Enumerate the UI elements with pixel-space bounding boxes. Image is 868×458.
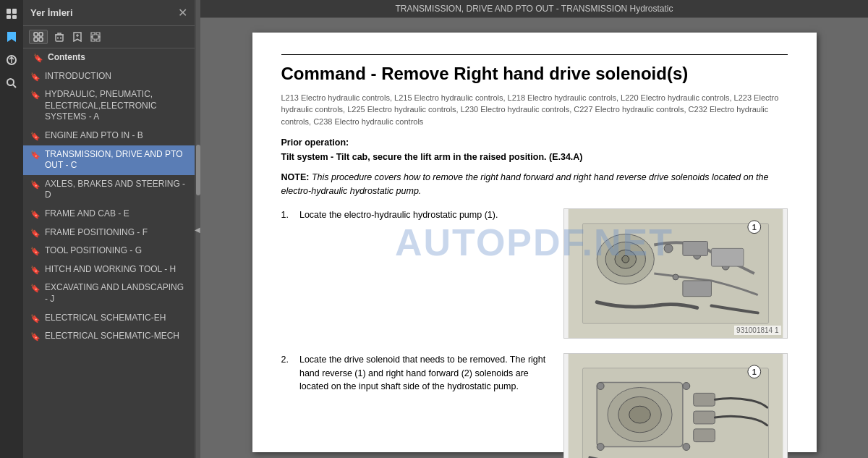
svg-text:1: 1 <box>752 222 756 231</box>
bookmark-icon-elec-mech: 🔖 <box>30 331 41 342</box>
expand-button[interactable] <box>88 30 103 43</box>
bookmark-icon-engine: 🔖 <box>30 131 41 141</box>
step2-text: Locate the drive solenoid that needs to … <box>299 353 549 394</box>
doc-title: Command - Remove Right hand drive soleno… <box>281 64 788 85</box>
note-text: This procedure covers how to remove the … <box>281 172 769 196</box>
bookmark-toolbar-icon[interactable] <box>4 29 20 45</box>
add-bookmark-button[interactable] <box>71 30 84 43</box>
svg-point-44 <box>597 382 604 389</box>
svg-rect-3 <box>12 15 17 19</box>
svg-rect-2 <box>7 15 11 19</box>
svg-text:1: 1 <box>752 367 756 376</box>
note-prefix: NOTE: <box>281 172 310 182</box>
svg-point-26 <box>673 274 678 280</box>
step2-num: 2. <box>281 353 289 394</box>
sidebar-item-tool-positioning[interactable]: 🔖 TOOL POSITIONING - G <box>23 242 195 260</box>
step1-row: 1. Locate the electro-hydraulic hydrosta… <box>281 208 788 339</box>
sidebar-title: Yer İmleri <box>30 7 73 18</box>
sidebar-item-hydraulic[interactable]: 🔖 HYDRAULIC, PNEUMATIC, ELECTRICAL,ELECT… <box>23 85 195 127</box>
bookmark-icon-frame-pos: 🔖 <box>30 228 41 238</box>
svg-point-22 <box>621 255 629 263</box>
svg-point-42 <box>682 382 689 389</box>
step1-text: Locate the electro-hydraulic hydrostatic… <box>299 208 549 222</box>
svg-rect-39 <box>693 393 715 406</box>
sidebar-item-frame-positioning[interactable]: 🔖 FRAME POSITIONING - F <box>23 224 195 242</box>
bookmark-icon-hitch: 🔖 <box>30 265 41 275</box>
sidebar-toolbar <box>23 26 195 48</box>
bookmark-icon-intro: 🔖 <box>30 72 41 82</box>
bookmark-icon-elec-eh: 🔖 <box>30 313 41 323</box>
step2-image: 1 2 <box>563 353 788 458</box>
sidebar-nav-list: 🔖 Contents 🔖 INTRODUCTION 🔖 HYDRAULIC, P… <box>23 48 195 458</box>
svg-rect-7 <box>34 33 38 36</box>
top-bar: TRANSMISSION, DRIVE AND PTO OUT - TRANSM… <box>200 0 868 18</box>
svg-rect-8 <box>39 33 43 36</box>
left-toolbar <box>0 0 23 458</box>
svg-point-45 <box>597 443 604 450</box>
sidebar-item-transmission[interactable]: 🔖 TRANSMISSION, DRIVE AND PTO OUT - C <box>23 145 195 175</box>
sidebar-item-engine[interactable]: 🔖 ENGINE AND PTO IN - B <box>23 127 195 145</box>
svg-point-38 <box>629 406 650 423</box>
svg-rect-40 <box>693 411 715 424</box>
sidebar-item-axles[interactable]: 🔖 AXLES, BRAKES AND STEERING - D <box>23 175 195 205</box>
sidebar-item-frame-cab[interactable]: 🔖 FRAME AND CAB - E <box>23 205 195 224</box>
bookmark-icon-frame-cab: 🔖 <box>30 209 41 219</box>
step1-image-col: 1 931001814 1 <box>563 208 788 339</box>
attachment-toolbar-icon[interactable] <box>4 52 20 68</box>
sidebar-item-hitch[interactable]: 🔖 HITCH AND WORKING TOOL - H <box>23 260 195 279</box>
svg-point-43 <box>682 443 689 450</box>
step1-image: 1 931001814 1 <box>563 208 788 339</box>
svg-line-6 <box>13 85 16 88</box>
svg-point-5 <box>7 79 14 85</box>
step1-text-col: 1. Locate the electro-hydraulic hydrosta… <box>281 208 549 339</box>
svg-rect-11 <box>56 35 63 41</box>
step1-num: 1. <box>281 208 289 222</box>
bookmark-icon-excavating: 🔖 <box>30 283 41 293</box>
bookmark-icon-tool-pos: 🔖 <box>30 246 41 256</box>
svg-rect-1 <box>12 9 17 14</box>
delete-button[interactable] <box>52 30 67 43</box>
bookmark-icon-hydraulic: 🔖 <box>30 90 41 100</box>
step2-row: 2. Locate the drive solenoid that needs … <box>281 353 788 458</box>
svg-rect-10 <box>39 38 43 41</box>
svg-rect-41 <box>693 429 715 442</box>
svg-point-23 <box>664 244 673 253</box>
svg-rect-9 <box>34 38 38 41</box>
svg-rect-30 <box>682 281 711 297</box>
sidebar-close-button[interactable]: ✕ <box>178 6 187 20</box>
sidebar-scrollbar[interactable]: ◀ <box>195 0 200 458</box>
top-bar-text: TRANSMISSION, DRIVE AND PTO OUT - TRANSM… <box>395 4 673 14</box>
search-toolbar-icon[interactable] <box>4 75 20 91</box>
bookmark-icon-axles: 🔖 <box>30 179 41 190</box>
bookmark-icon-contents: 🔖 <box>33 53 43 63</box>
svg-rect-28 <box>682 241 707 255</box>
doc-prior-op-label: Prior operation: <box>281 137 788 148</box>
doc-prior-op-detail: Tilt system - Tilt cab, secure the lift … <box>281 152 788 162</box>
sidebar-panel: Yer İmleri ✕ <box>23 0 195 458</box>
grid-view-button[interactable] <box>29 30 48 44</box>
img1-caption: 931001814 1 <box>734 326 780 335</box>
main-content: TRANSMISSION, DRIVE AND PTO OUT - TRANSM… <box>200 0 868 458</box>
step2: 2. Locate the drive solenoid that needs … <box>281 353 549 394</box>
doc-divider <box>281 54 788 55</box>
bookmark-icon-transmission: 🔖 <box>30 150 41 160</box>
sidebar-item-excavating[interactable]: 🔖 EXCAVATING AND LANDSCAPING - J <box>23 279 195 308</box>
step2-image-col: 1 2 <box>563 353 788 458</box>
step1: 1. Locate the electro-hydraulic hydrosta… <box>281 208 549 222</box>
doc-note: NOTE: This procedure covers how to remov… <box>281 171 788 198</box>
sidebar-item-introduction[interactable]: 🔖 INTRODUCTION <box>23 67 195 86</box>
sidebar-item-contents[interactable]: 🔖 Contents <box>23 48 195 67</box>
page-container[interactable]: AUTOPDF.NET Command - Remove Right hand … <box>200 18 868 458</box>
sidebar-item-electrical-mech[interactable]: 🔖 ELECTRICAL SCHEMATIC-MECH <box>23 327 195 346</box>
step2-text-col: 2. Locate the drive solenoid that needs … <box>281 353 549 458</box>
svg-rect-29 <box>711 248 744 266</box>
sidebar-header: Yer İmleri ✕ <box>23 0 195 26</box>
prior-op-bold: Prior operation: <box>281 137 349 148</box>
svg-rect-0 <box>7 9 11 14</box>
sidebar-item-electrical-eh[interactable]: 🔖 ELECTRICAL SCHEMATIC-EH <box>23 309 195 328</box>
doc-subtitle: L213 Electro hydraulic controls, L215 El… <box>281 92 788 128</box>
pages-toolbar-icon[interactable] <box>4 6 20 22</box>
document-page: AUTOPDF.NET Command - Remove Right hand … <box>252 33 817 452</box>
